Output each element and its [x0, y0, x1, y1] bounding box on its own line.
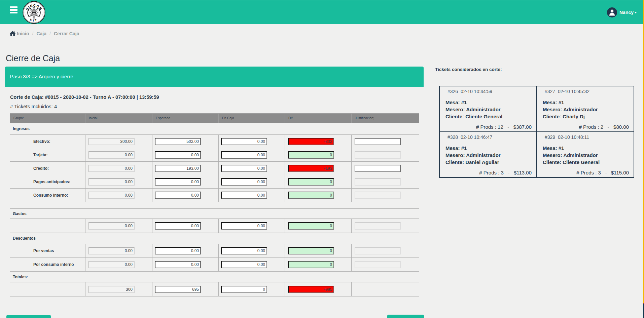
svg-text:FIT: FIT [30, 18, 39, 22]
